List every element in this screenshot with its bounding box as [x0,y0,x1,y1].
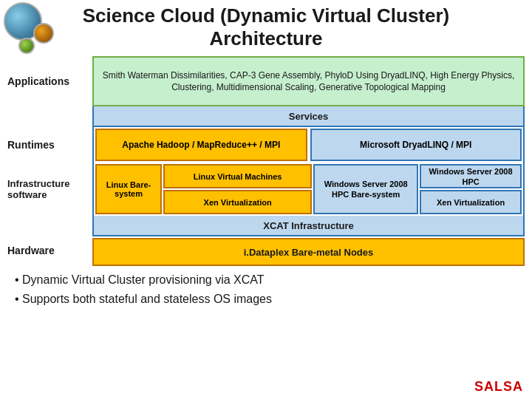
header: Science Cloud (Dynamic Virtual Cluster) … [0,0,532,53]
row-runtimes: Apache Hadoop / MapReduce++ / MPI Micros… [92,127,525,163]
infra-right-group: Windows Server 2008 HPC Bare-system Wind… [313,164,522,214]
label-hardware: Hardware [7,236,92,265]
cloud-icon-small-1 [33,23,54,44]
infra-right-col: Windows Server 2008 HPC Xen Virtualizati… [420,164,522,214]
infra-xen: Xen Virtualization [163,190,312,214]
title-line1: Science Cloud (Dynamic Virtual Cluster) [0,4,532,27]
cloud-icon-small-2 [18,38,35,54]
label-runtimes: Runtimes [7,127,92,163]
header-icon-container [4,2,42,41]
infra-windows: Windows Server 2008 HPC Bare-system [313,164,418,214]
bullets-section: • Dynamic Virtual Cluster provisioning v… [0,266,532,313]
label-infra: Infrastructure software [7,163,92,216]
label-xcat-spacer [7,216,92,236]
infra-linux-vm: Linux Virtual Machines [163,164,312,188]
row-applications: Smith Waterman Dissimilarities, CAP-3 Ge… [92,56,525,106]
infra-linux-bare: Linux Bare-system [95,164,162,214]
row-hardware: i.Dataplex Bare-metal Nodes [92,238,525,266]
row-services: Services [92,106,525,127]
row-infra: Linux Bare-system Linux Virtual Machines… [92,163,525,216]
label-applications: Applications [7,56,92,106]
infra-middle: Linux Virtual Machines Xen Virtualizatio… [163,164,312,214]
salsa-badge: SALSA [474,379,523,395]
bullet-2: • Supports both stateful and stateless O… [15,291,517,307]
row-xcat: XCAT Infrastructure [92,216,525,236]
runtime-hadoop: Apache Hadoop / MapReduce++ / MPI [95,129,307,161]
bullet-1: • Dynamic Virtual Cluster provisioning v… [15,272,517,288]
left-labels: Applications Runtimes Infrastructure sof… [7,56,92,266]
title-line2: Architecture [0,27,532,50]
infra-xen-right: Xen Virtualization [420,190,522,214]
grid-area: Smith Waterman Dissimilarities, CAP-3 Ge… [92,56,525,266]
main-content: Applications Runtimes Infrastructure sof… [0,56,532,266]
runtime-dryad: Microsoft DryadLINQ / MPI [310,129,522,161]
infra-windows-2008: Windows Server 2008 HPC [420,164,522,188]
label-services-spacer [7,106,92,127]
